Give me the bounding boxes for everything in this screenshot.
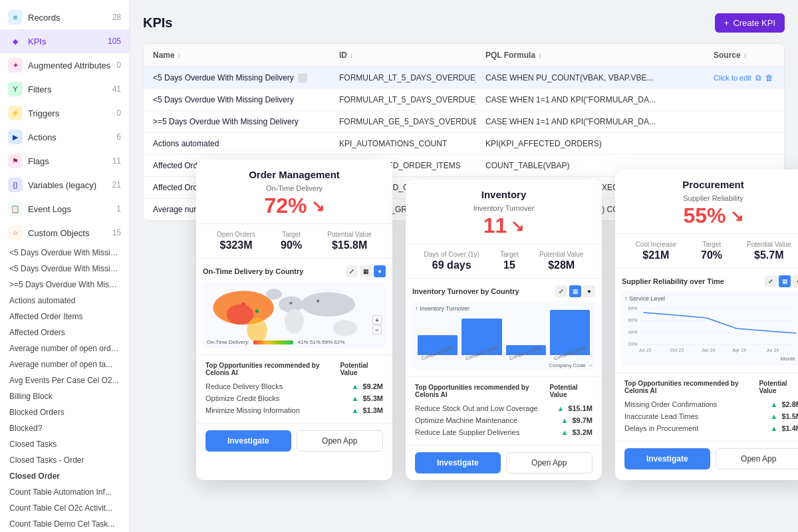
sort-source-icon[interactable]: ↕ (743, 52, 747, 59)
sidebar-icon-custom: ○ (8, 225, 23, 240)
om-stat-open-orders: Open Orders $323M (217, 231, 255, 251)
table-row-2[interactable]: >=5 Days Overdue With Missing Delivery F… (144, 111, 784, 133)
sidebar-count-augmented: 0 (116, 61, 121, 70)
kpi-list-item-8[interactable]: Avg Events Per Case Cel O2... (0, 372, 129, 388)
kpi-list-item-2[interactable]: >=5 Days Overdue With Missing Delivery (0, 277, 129, 293)
td-id-3: KPI_AUTOMATIONS_COUNT (330, 133, 476, 154)
sidebar-label-triggers: Triggers (28, 108, 114, 118)
sidebar-icon-eventlogs: 📋 (8, 201, 23, 216)
sidebar-item-flags[interactable]: ⚑ Flags 11 (0, 149, 129, 173)
inv-opp-title: Top Opportunities recommended by Celonis… (415, 384, 593, 398)
sidebar-item-actions[interactable]: ▶ Actions 6 (0, 125, 129, 149)
kpi-list-item-7[interactable]: Average number of open ta... (0, 356, 129, 372)
kpi-list-item-5[interactable]: Affected Orders (0, 325, 129, 340)
copy-icon[interactable] (298, 73, 307, 82)
sidebar-count-filters: 41 (112, 84, 121, 94)
kpi-list-item-3[interactable]: Actions automated (0, 293, 129, 309)
kpi-list-label-16: Count Table Cel O2c Activit... (9, 503, 112, 513)
inv-settings-ctrl[interactable]: ● (583, 285, 595, 297)
kpi-list-item-6[interactable]: Average number of open orders (0, 340, 129, 356)
sort-id-icon[interactable]: ↕ (350, 52, 353, 59)
kpi-list-item-4[interactable]: Affected Order Items (0, 309, 129, 325)
kpi-list-item-9[interactable]: Billing Block (0, 388, 129, 404)
kpi-list-item-0[interactable]: <5 Days Overdue With Missing Delivery (0, 245, 129, 261)
sort-name-icon[interactable]: ↕ (178, 52, 181, 59)
sidebar-count-actions: 6 (116, 132, 121, 142)
proc-bar-ctrl[interactable]: ▦ (779, 275, 791, 287)
kpi-list-item-13[interactable]: Closed Tasks - Order (0, 452, 129, 468)
delete-icon-0[interactable]: 🗑 (765, 73, 773, 82)
kpi-list-item-12[interactable]: Closed Tasks (0, 436, 129, 452)
inv-chart-label: Inventory Turnover by Country (412, 287, 519, 295)
proc-expand-ctrl[interactable]: ⤢ (765, 275, 777, 287)
kpi-list-item-14[interactable]: Closed Order (0, 468, 129, 484)
kpi-list-label-14: Closed Order (9, 471, 60, 481)
sidebar-item-augmented[interactable]: ✦ Augmented Attributes 0 (0, 53, 129, 77)
sidebar-label-augmented: Augmented Attributes (28, 61, 114, 70)
sidebar-item-records[interactable]: ≡ Records 28 (0, 5, 129, 29)
main-content: KPIs + Create KPI Name ↕ ID ↕ PQL Formul… (130, 0, 798, 532)
sort-formula-icon[interactable]: ↕ (538, 52, 541, 59)
svg-text:Oct 23: Oct 23 (670, 348, 684, 352)
map-zoom-in[interactable]: + (372, 315, 382, 325)
om-settings-ctrl[interactable]: ● (374, 265, 386, 277)
svg-point-10 (289, 302, 292, 305)
om-chart-controls: ⤢ ▦ ● (346, 265, 386, 277)
map-zoom-out[interactable]: − (372, 325, 382, 334)
sidebar-count-variables: 21 (112, 180, 121, 190)
sidebar-label-filters: Filters (28, 84, 110, 94)
kpi-list-item-16[interactable]: Count Table Cel O2c Activit... (0, 500, 129, 516)
td-name-0: <5 Days Overdue With Missing Delivery (144, 67, 330, 88)
proc-investigate-button[interactable]: Investigate (624, 448, 710, 469)
om-bar-ctrl[interactable]: ▦ (360, 265, 372, 277)
inv-bar-3: CompanyCode6 (550, 310, 590, 361)
kpi-list-label-0: <5 Days Overdue With Missing Delivery (9, 248, 121, 257)
om-investigate-button[interactable]: Investigate (205, 430, 291, 452)
procurement-header: Procurement Supplier Reliability 55% ↘ (615, 170, 798, 234)
kpi-list-item-10[interactable]: Blocked Orders (0, 404, 129, 420)
svg-point-9 (255, 309, 259, 313)
sidebar-item-triggers[interactable]: ⚡ Triggers 0 (0, 101, 129, 125)
om-expand-ctrl[interactable]: ⤢ (346, 265, 358, 277)
inv-bars: CompanyCode3 CompanyCode4 CompanyCode5 (415, 315, 593, 361)
table-row-1[interactable]: <5 Days Overdue With Missing Delivery FO… (144, 89, 784, 111)
kpi-list-item-1[interactable]: <5 Days Overdue With Missing Delivery (0, 261, 129, 277)
inv-stats: Days of Cover (1y) 69 days Target 15 Pot… (406, 244, 602, 279)
sidebar-count-eventlogs: 1 (116, 204, 121, 213)
inv-expand-ctrl[interactable]: ⤢ (555, 285, 567, 297)
kpi-list-item-11[interactable]: Blocked? (0, 420, 129, 436)
inv-bar-0: CompanyCode3 (418, 335, 458, 361)
inv-bar-chart: ↑ Inventory Turnover CompanyCode3 Compan… (412, 301, 595, 370)
inv-investigate-button[interactable]: Investigate (415, 452, 501, 473)
inv-stat-0: Days of Cover (1y) 69 days (424, 251, 479, 271)
kpi-list-item-15[interactable]: Count Table Automation Inf... (0, 484, 129, 500)
om-map-svg (203, 281, 386, 348)
td-source-0: Click to edit ⧉ 🗑 (704, 67, 784, 88)
sidebar-item-eventlogs[interactable]: 📋 Event Logs 1 (0, 197, 129, 221)
proc-metric-label: Supplier Reliability (626, 194, 798, 202)
om-open-app-button[interactable]: Open App (297, 430, 384, 452)
svg-point-1 (227, 305, 254, 325)
sidebar: ≡ Records 28 ◆ KPIs 105 ✦ Augmented Attr… (0, 0, 130, 532)
proc-open-app-button[interactable]: Open App (716, 448, 799, 469)
sidebar-item-variables[interactable]: {} Variables (legacy) 21 (0, 173, 129, 197)
sidebar-count-flags: 11 (112, 156, 121, 166)
sidebar-item-filters[interactable]: Y Filters 41 (0, 77, 129, 101)
proc-opp-title: Top Opportunities recommended by Celonis… (624, 380, 798, 394)
sidebar-icon-actions: ▶ (8, 130, 23, 144)
inv-open-app-button[interactable]: Open App (506, 452, 593, 473)
kpi-list-item-17[interactable]: Count Table Demo Cel Task... (0, 516, 129, 532)
proc-opportunities: Top Opportunities recommended by Celonis… (615, 373, 798, 441)
inv-bar-ctrl[interactable]: ▦ (569, 285, 581, 297)
app-container: ≡ Records 28 ◆ KPIs 105 ✦ Augmented Attr… (0, 0, 798, 532)
sidebar-item-custom[interactable]: ○ Custom Objects 15 (0, 221, 129, 245)
edit-icon-0[interactable]: ⧉ (755, 73, 761, 82)
sidebar-item-kpis[interactable]: ◆ KPIs 105 (0, 29, 129, 53)
td-source-3 (704, 133, 784, 154)
proc-chart-label: Supplier Reliability over Time (622, 277, 724, 285)
table-row-3[interactable]: Actions automated KPI_AUTOMATIONS_COUNT … (144, 133, 784, 155)
table-row-0[interactable]: <5 Days Overdue With Missing Delivery FO… (144, 67, 784, 89)
proc-settings-ctrl[interactable]: ● (793, 275, 798, 287)
create-kpi-button[interactable]: + Create KPI (715, 13, 785, 33)
proc-footer: Investigate Open App (615, 441, 798, 476)
